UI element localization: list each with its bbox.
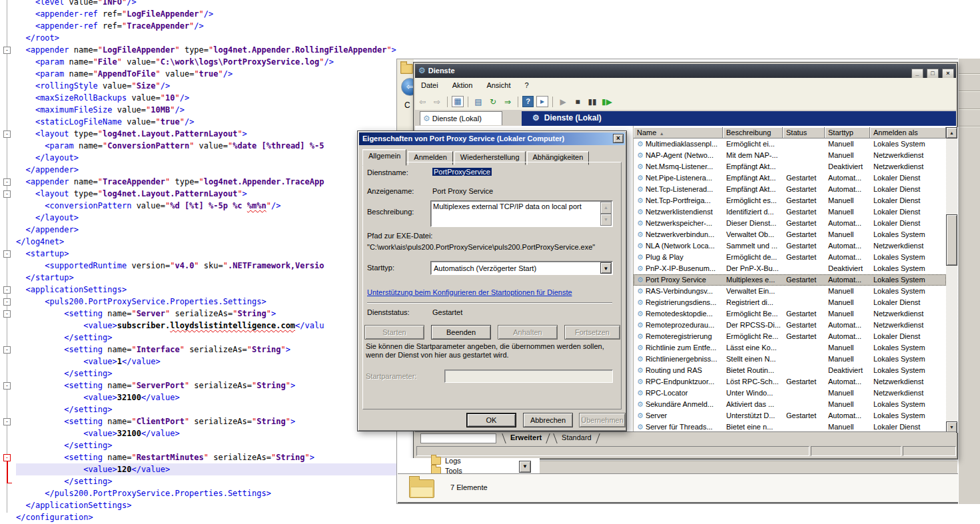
dialog-titlebar[interactable]: Eigenschaften von Port Proxy Service (Lo…: [359, 132, 625, 145]
tab-erweitert[interactable]: Erweitert: [508, 432, 544, 443]
menu-item-aktion[interactable]: Aktion: [446, 81, 479, 89]
tree-item-logs[interactable]: Logs: [431, 456, 461, 465]
fold-toggle[interactable]: -: [3, 190, 11, 198]
tab-allgemein[interactable]: Allgemein: [362, 149, 406, 166]
abbrechen-button[interactable]: Abbrechen: [523, 413, 573, 427]
forward-icon[interactable]: ⇨: [431, 96, 443, 108]
minimize-button[interactable]: _: [911, 69, 923, 79]
service-row[interactable]: ⚙Net.Tcp-Portfreiga...Ermöglicht es...Ge…: [634, 195, 946, 206]
fold-toggle[interactable]: -: [3, 131, 11, 138]
service-row[interactable]: ⚙RemoteregistrierungErmöglicht Re...Gest…: [634, 331, 946, 342]
service-row[interactable]: ⚙Registrierungsdiens...Registriert di...…: [634, 297, 946, 308]
scrollbar-thumb[interactable]: [946, 214, 957, 266]
service-starttype: Manuell: [825, 150, 870, 161]
service-name: ⚙Netzwerkverbindun...: [634, 229, 723, 240]
service-description: Multiplexes e...: [723, 274, 783, 286]
service-name: ⚙Net.Pipe-Listenera...: [634, 172, 723, 184]
service-description: Sammelt und ...: [723, 240, 783, 252]
restart-service-icon[interactable]: ▮▶: [601, 96, 613, 108]
service-row[interactable]: ⚙Remotedesktopdie...Ermöglicht Be...Gest…: [634, 308, 946, 320]
fold-toggle[interactable]: -: [3, 346, 11, 354]
menu-item-hilfe[interactable]: ?: [519, 81, 535, 89]
maximize-button[interactable]: □: [927, 69, 939, 79]
fold-toggle[interactable]: -: [3, 454, 11, 461]
fold-toggle[interactable]: -: [3, 382, 11, 390]
show-window-icon[interactable]: ▸: [536, 96, 548, 107]
service-row[interactable]: ⚙Richtlinienergebniss...Stellt einen N..…: [634, 354, 946, 365]
service-row[interactable]: ⚙RPC-LocatorUnter Windo...ManuellNetzwer…: [634, 388, 946, 399]
pause-service-icon[interactable]: ▮▮: [586, 96, 598, 108]
fold-toggle[interactable]: -: [3, 47, 11, 54]
pane-header: ⚙Dienste (Lokal): [522, 111, 956, 126]
service-logonas: Lokaler Dienst: [870, 172, 946, 184]
services-titlebar[interactable]: ⚙Dienste _ □ ×: [415, 64, 956, 78]
service-logonas: Lokales System: [870, 274, 946, 286]
service-row[interactable]: ⚙Net.Msmq-Listener...Empfängt Akt...Deak…: [634, 161, 946, 172]
service-row[interactable]: ⚙Multimediaklassenpl...Ermöglicht ei...M…: [634, 138, 946, 150]
service-starttype: Automat...: [825, 331, 870, 342]
service-row[interactable]: ⚙NetzwerklistendienstIdentifiziert d...G…: [634, 206, 946, 218]
tab-standard[interactable]: Standard: [559, 432, 594, 443]
fold-toggle[interactable]: -: [3, 178, 11, 186]
service-row[interactable]: ⚙Net.Pipe-Listenera...Empfängt Akt...Ges…: [634, 172, 946, 184]
service-name: ⚙Plug & Play: [634, 252, 723, 263]
dropdown-button[interactable]: [519, 461, 531, 473]
export-list-icon[interactable]: ⇒: [502, 96, 514, 108]
fold-toggle[interactable]: -: [3, 298, 11, 306]
fold-toggle[interactable]: -: [3, 310, 11, 318]
service-name: ⚙Port Proxy Service: [634, 274, 723, 286]
stop-service-icon[interactable]: ■: [572, 96, 584, 108]
service-logonas: Lokaler Dienst: [870, 218, 946, 229]
fold-toggle[interactable]: -: [3, 418, 11, 425]
menu-item-datei[interactable]: Datei: [415, 81, 444, 89]
service-row[interactable]: ⚙ServerUnterstützt D...GestartetAutomat.…: [634, 410, 946, 421]
service-starttype: Manuell: [825, 342, 870, 354]
show-console-tree-icon[interactable]: ▦: [452, 96, 464, 107]
refresh-icon[interactable]: ↻: [487, 96, 499, 108]
scroll-up-button[interactable]: [946, 127, 957, 138]
dialog-tabs: AllgemeinAnmeldenWiederherstellungAbhäng…: [362, 148, 590, 162]
service-row[interactable]: ⚙Port Proxy ServiceMultiplexes e...Gesta…: [634, 274, 946, 286]
menu-item-ansicht[interactable]: Ansicht: [480, 81, 516, 89]
service-row[interactable]: ⚙Sekundäre Anmeld...Aktiviert das ...Man…: [634, 399, 946, 410]
fold-toggle[interactable]: -: [3, 250, 11, 258]
service-row[interactable]: ⚙PnP-X-IP-Busenum...Der PnP-X-Bu...Deakt…: [634, 263, 946, 274]
help-icon[interactable]: ?: [522, 96, 534, 107]
service-row[interactable]: ⚙RAS-Verbindungsv...Verwaltet Ein...Manu…: [634, 286, 946, 297]
service-name: ⚙RAS-Verbindungsv...: [634, 286, 723, 297]
service-starttype: Automat...: [825, 410, 870, 421]
properties-icon[interactable]: ▤: [472, 96, 484, 108]
start-service-icon[interactable]: ▶: [557, 96, 569, 108]
scope-tab-dienste-lokal[interactable]: ⚙ Dienste (Lokal): [420, 111, 502, 125]
dialog-close-button[interactable]: ×: [613, 134, 624, 143]
service-row[interactable]: ⚙Richtlinie zum Entfe...Lässt eine Ko...…: [634, 342, 946, 354]
column-header-status[interactable]: Status: [783, 127, 825, 138]
service-row[interactable]: ⚙NLA (Network Loca...Sammelt und ...Gest…: [634, 240, 946, 252]
service-gear-icon: ⚙: [637, 162, 644, 170]
close-button[interactable]: ×: [942, 69, 954, 79]
service-gear-icon: ⚙: [637, 174, 644, 182]
toolbar-separator: [468, 97, 468, 107]
back-icon[interactable]: ⇦: [416, 96, 428, 108]
service-gear-icon: ⚙: [637, 332, 644, 340]
service-row[interactable]: ⚙NAP-Agent (Netwo...Mit dem NAP-...Manue…: [634, 150, 946, 161]
ok-button[interactable]: OK: [466, 413, 516, 427]
fold-toggle[interactable]: -: [3, 286, 11, 294]
pane-gear-icon: ⚙: [532, 113, 540, 123]
service-row[interactable]: ⚙Plug & PlayErmöglicht de...GestartetAut…: [634, 252, 946, 263]
service-row[interactable]: ⚙RPC-Endpunktzuor...Löst RPC-Sch...Gesta…: [634, 376, 946, 388]
column-header-starttyp[interactable]: Starttyp: [825, 127, 870, 138]
uebernehmen-button[interactable]: Übernehmen: [579, 413, 626, 427]
service-logonas: Lokaler Dienst: [870, 206, 946, 218]
service-row[interactable]: ⚙Netzwerkverbindun...Verwaltet Ob...Gest…: [634, 229, 946, 240]
list-filter-box[interactable]: [420, 433, 496, 443]
service-row[interactable]: ⚙Remoteprozedurau...Der RPCSS-Di...Gesta…: [634, 320, 946, 331]
column-header-beschreibung[interactable]: Beschreibung: [723, 127, 783, 138]
column-header-name[interactable]: Name▴: [634, 127, 723, 138]
service-row[interactable]: ⚙Routing und RASBietet Routin...Deaktivi…: [634, 365, 946, 376]
service-row[interactable]: ⚙Netzwerkspeicher-...Dieser Dienst...Ges…: [634, 218, 946, 229]
services-scrollbar[interactable]: [946, 127, 957, 433]
service-row[interactable]: ⚙Net.Tcp-Listenerad...Empfängt Akt...Ges…: [634, 184, 946, 195]
column-header-anmelden-als[interactable]: Anmelden als: [870, 127, 946, 138]
explorer-band: [540, 461, 957, 475]
